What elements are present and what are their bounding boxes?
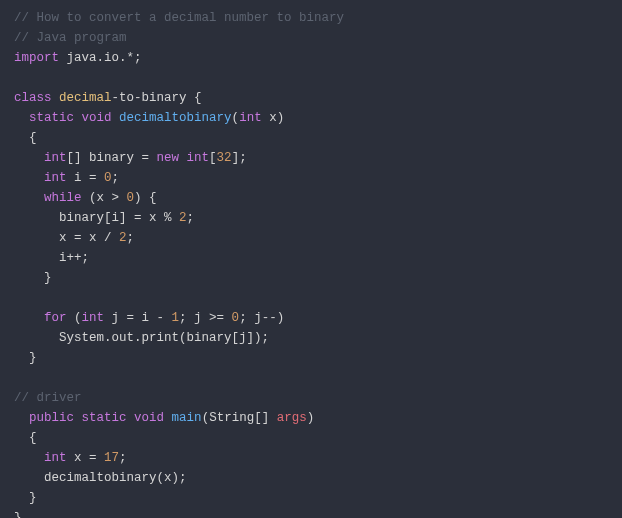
keyword-int: int <box>187 151 210 165</box>
keyword-while: while <box>44 191 82 205</box>
keyword-int: int <box>44 171 67 185</box>
for-init: j = i - <box>104 311 172 325</box>
number-literal: 0 <box>232 311 240 325</box>
number-literal: 17 <box>104 451 119 465</box>
var-decl: i = <box>67 171 105 185</box>
var-decl: x = <box>67 451 105 465</box>
keyword-static: static <box>29 111 74 125</box>
brace: } <box>29 351 37 365</box>
array-decl: [] binary = <box>67 151 157 165</box>
bracket: [ <box>209 151 217 165</box>
number-literal: 2 <box>179 211 187 225</box>
increment: i++; <box>59 251 89 265</box>
number-literal: 32 <box>217 151 232 165</box>
keyword-int: int <box>239 111 262 125</box>
brace: { <box>29 131 37 145</box>
number-literal: 1 <box>172 311 180 325</box>
keyword-void: void <box>134 411 164 425</box>
method-main: main <box>172 411 202 425</box>
keyword-void: void <box>82 111 112 125</box>
method-name: decimaltobinary <box>119 111 232 125</box>
keyword-for: for <box>44 311 67 325</box>
keyword-class: class <box>14 91 52 105</box>
class-name: decimal <box>52 91 112 105</box>
number-literal: 0 <box>127 191 135 205</box>
semicolon: ; <box>119 451 127 465</box>
keyword-public: public <box>29 411 74 425</box>
paren-open: ( <box>67 311 82 325</box>
main-params: (String[] <box>202 411 277 425</box>
paren-open: ( <box>232 111 240 125</box>
package-path: java.io.*; <box>59 51 142 65</box>
keyword-int: int <box>44 451 67 465</box>
comment-line: // How to convert a decimal number to bi… <box>14 11 344 25</box>
keyword-import: import <box>14 51 59 65</box>
semicolon: ; <box>112 171 120 185</box>
keyword-new: new <box>157 151 180 165</box>
brace: } <box>29 491 37 505</box>
keyword-static: static <box>82 411 127 425</box>
brace: } <box>44 271 52 285</box>
semicolon: ; <box>127 231 135 245</box>
brace: { <box>29 431 37 445</box>
class-name-suffix: -to-binary { <box>112 91 202 105</box>
keyword-int: int <box>44 151 67 165</box>
number-literal: 0 <box>104 171 112 185</box>
method-call: decimaltobinary(x); <box>44 471 187 485</box>
paren-close: ) <box>307 411 315 425</box>
comment-line: // driver <box>14 391 82 405</box>
param-args: args <box>277 411 307 425</box>
brace: } <box>14 511 22 518</box>
number-literal: 2 <box>119 231 127 245</box>
param-name: x) <box>262 111 285 125</box>
for-cond: ; j >= <box>179 311 232 325</box>
sysout-call: System.out.print(binary[j]); <box>59 331 269 345</box>
condition-close: ) { <box>134 191 157 205</box>
assignment: binary[i] = x % <box>59 211 179 225</box>
bracket-close: ]; <box>232 151 247 165</box>
code-editor: // How to convert a decimal number to bi… <box>14 8 608 518</box>
condition: (x > <box>82 191 127 205</box>
comment-line: // Java program <box>14 31 127 45</box>
semicolon: ; <box>187 211 195 225</box>
for-iter: ; j--) <box>239 311 284 325</box>
assignment: x = x / <box>59 231 119 245</box>
keyword-int: int <box>82 311 105 325</box>
